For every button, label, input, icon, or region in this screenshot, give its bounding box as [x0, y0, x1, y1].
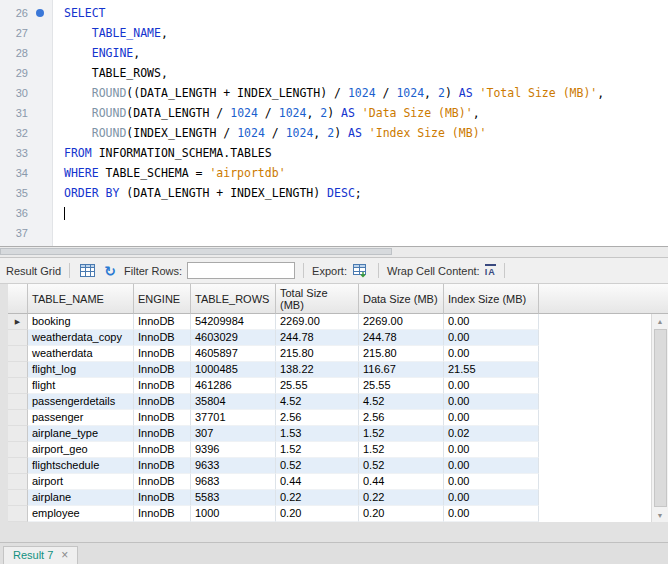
- wrap-cell-content-icon[interactable]: IA: [485, 264, 496, 277]
- code-text[interactable]: SELECT: [52, 3, 106, 23]
- cell[interactable]: InnoDB: [134, 506, 191, 522]
- editor-line[interactable]: 34WHERE TABLE_SCHEMA = 'airportdb': [0, 163, 668, 183]
- close-icon[interactable]: ×: [61, 550, 68, 561]
- cell[interactable]: 116.67: [359, 362, 444, 378]
- table-row[interactable]: flight_logInnoDB1000485138.22116.6721.55: [8, 362, 539, 378]
- cell[interactable]: InnoDB: [134, 442, 191, 458]
- result-tab[interactable]: Result 7 ×: [3, 546, 78, 564]
- cell[interactable]: 0.00: [444, 346, 539, 362]
- table-row[interactable]: weatherdata_copyInnoDB4603029244.78244.7…: [8, 330, 539, 346]
- cell[interactable]: airplane: [28, 490, 134, 506]
- editor-line[interactable]: 31 ROUND(DATA_LENGTH / 1024 / 1024, 2) A…: [0, 103, 668, 123]
- grid-view-icon[interactable]: [78, 262, 96, 280]
- cell[interactable]: 1000485: [191, 362, 276, 378]
- editor-line[interactable]: 33FROM INFORMATION_SCHEMA.TABLES: [0, 143, 668, 163]
- row-selector[interactable]: [8, 346, 28, 362]
- column-header-data-size-mb[interactable]: Data Size (MB): [359, 284, 444, 314]
- code-text[interactable]: TABLE_NAME,: [52, 23, 168, 43]
- cell[interactable]: 4.52: [359, 394, 444, 410]
- editor-line[interactable]: 37: [0, 223, 668, 243]
- vertical-scroll-thumb[interactable]: [654, 329, 667, 507]
- column-header-total-size-mb[interactable]: Total Size (MB): [276, 284, 359, 314]
- table-row[interactable]: airplaneInnoDB55830.220.220.00: [8, 490, 539, 506]
- cell[interactable]: 54209984: [191, 314, 276, 330]
- export-recordset-icon[interactable]: [352, 262, 370, 280]
- cell[interactable]: passenger: [28, 410, 134, 426]
- cell[interactable]: 0.00: [444, 458, 539, 474]
- cell[interactable]: 0.22: [276, 490, 359, 506]
- cell[interactable]: 2269.00: [276, 314, 359, 330]
- cell[interactable]: InnoDB: [134, 410, 191, 426]
- editor-line[interactable]: 32 ROUND(INDEX_LENGTH / 1024 / 1024, 2) …: [0, 123, 668, 143]
- cell[interactable]: 244.78: [359, 330, 444, 346]
- cell[interactable]: InnoDB: [134, 362, 191, 378]
- table-row[interactable]: flightInnoDB46128625.5525.550.00: [8, 378, 539, 394]
- cell[interactable]: 0.20: [276, 506, 359, 522]
- cell[interactable]: 1.52: [276, 442, 359, 458]
- filter-rows-input[interactable]: [187, 262, 295, 279]
- scroll-up-icon[interactable]: ▲: [652, 314, 668, 328]
- editor-line[interactable]: 30 ROUND((DATA_LENGTH + INDEX_LENGTH) / …: [0, 83, 668, 103]
- table-row[interactable]: flightscheduleInnoDB96330.520.520.00: [8, 458, 539, 474]
- vertical-scrollbar[interactable]: ▲ ▼: [651, 314, 668, 522]
- code-text[interactable]: ROUND(INDEX_LENGTH / 1024 / 1024, 2) AS …: [52, 123, 486, 143]
- cell[interactable]: 307: [191, 426, 276, 442]
- cell[interactable]: 0.00: [444, 330, 539, 346]
- cell[interactable]: 4605897: [191, 346, 276, 362]
- cell[interactable]: 9683: [191, 474, 276, 490]
- cell[interactable]: passengerdetails: [28, 394, 134, 410]
- cell[interactable]: 0.00: [444, 490, 539, 506]
- cell[interactable]: 244.78: [276, 330, 359, 346]
- cell[interactable]: 4.52: [276, 394, 359, 410]
- cell[interactable]: booking: [28, 314, 134, 330]
- cell[interactable]: 2.56: [359, 410, 444, 426]
- cell[interactable]: 0.20: [359, 506, 444, 522]
- cell[interactable]: 0.52: [276, 458, 359, 474]
- refresh-icon[interactable]: ↻: [101, 262, 119, 280]
- cell[interactable]: 461286: [191, 378, 276, 394]
- cell[interactable]: 1000: [191, 506, 276, 522]
- column-header-table-name[interactable]: TABLE_NAME: [28, 284, 134, 314]
- editor-horizontal-scrollbar[interactable]: [0, 246, 668, 258]
- column-header-table-rows[interactable]: TABLE_ROWS: [191, 284, 276, 314]
- cell[interactable]: 2269.00: [359, 314, 444, 330]
- table-row[interactable]: weatherdataInnoDB4605897215.80215.800.00: [8, 346, 539, 362]
- cell[interactable]: 138.22: [276, 362, 359, 378]
- cell[interactable]: InnoDB: [134, 346, 191, 362]
- cell[interactable]: InnoDB: [134, 394, 191, 410]
- row-selector[interactable]: [8, 410, 28, 426]
- table-row[interactable]: airport_geoInnoDB93961.521.520.00: [8, 442, 539, 458]
- code-text[interactable]: ROUND((DATA_LENGTH + INDEX_LENGTH) / 102…: [52, 83, 604, 103]
- editor-line[interactable]: 35ORDER BY (DATA_LENGTH + INDEX_LENGTH) …: [0, 183, 668, 203]
- cell[interactable]: 215.80: [276, 346, 359, 362]
- row-selector[interactable]: [8, 506, 28, 522]
- cell[interactable]: 0.00: [444, 442, 539, 458]
- editor-line[interactable]: 26SELECT: [0, 3, 668, 23]
- cell[interactable]: 0.52: [359, 458, 444, 474]
- column-header-engine[interactable]: ENGINE: [134, 284, 191, 314]
- code-text[interactable]: ORDER BY (DATA_LENGTH + INDEX_LENGTH) DE…: [52, 183, 362, 203]
- cell[interactable]: 35804: [191, 394, 276, 410]
- cell[interactable]: 1.52: [359, 426, 444, 442]
- cell[interactable]: InnoDB: [134, 378, 191, 394]
- editor-line[interactable]: 29 TABLE_ROWS,: [0, 63, 668, 83]
- cell[interactable]: 0.00: [444, 410, 539, 426]
- cell[interactable]: airport_geo: [28, 442, 134, 458]
- cell[interactable]: 0.00: [444, 506, 539, 522]
- cell[interactable]: 37701: [191, 410, 276, 426]
- cell[interactable]: 9633: [191, 458, 276, 474]
- cell[interactable]: 0.00: [444, 314, 539, 330]
- cell[interactable]: 0.02: [444, 426, 539, 442]
- current-row-indicator[interactable]: ▶: [8, 314, 28, 330]
- row-selector[interactable]: [8, 378, 28, 394]
- editor-line[interactable]: 27 TABLE_NAME,: [0, 23, 668, 43]
- cell[interactable]: 0.44: [359, 474, 444, 490]
- row-selector[interactable]: [8, 330, 28, 346]
- cell[interactable]: 215.80: [359, 346, 444, 362]
- cell[interactable]: weatherdata: [28, 346, 134, 362]
- cell[interactable]: InnoDB: [134, 330, 191, 346]
- horizontal-scroll-thumb[interactable]: [0, 248, 392, 255]
- cell[interactable]: 0.00: [444, 378, 539, 394]
- cell[interactable]: InnoDB: [134, 314, 191, 330]
- table-row[interactable]: employeeInnoDB10000.200.200.00: [8, 506, 539, 522]
